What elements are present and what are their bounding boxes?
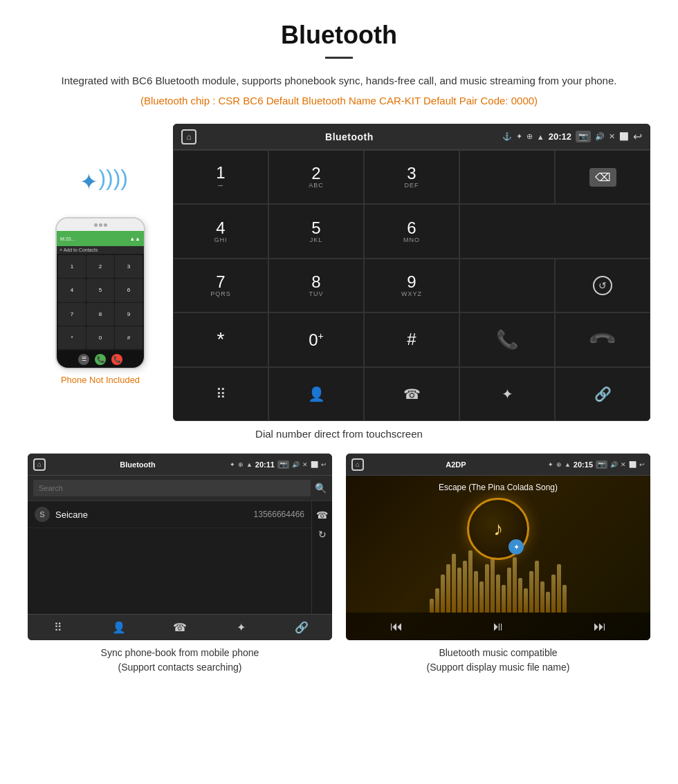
- music-home-icon[interactable]: ⌂: [351, 458, 364, 471]
- phone-menu-btn[interactable]: ☰: [78, 354, 89, 365]
- music-loc-icon: ⊕: [556, 461, 562, 468]
- phonebook-section: ⌂ Bluetooth ✦ ⊕ ▲ 20:11 📷 🔊 ✕ ⬜ ↩: [28, 454, 332, 675]
- eq-bar: [452, 554, 456, 613]
- phone-key-8[interactable]: 8: [86, 303, 114, 326]
- phone-key-1[interactable]: 1: [58, 255, 86, 278]
- dial-key-3[interactable]: 3 DEF: [364, 150, 459, 204]
- pb-contact-name: Seicane: [55, 510, 254, 520]
- search-icon[interactable]: 🔍: [315, 483, 327, 494]
- dial-key-8[interactable]: 8 TUV: [268, 259, 364, 312]
- music-screen: ⌂ A2DP ✦ ⊕ ▲ 20:15 📷 🔊 ✕ ⬜ ↩: [346, 454, 650, 640]
- time-display: 20:12: [549, 131, 571, 142]
- redial-icon: ↺: [593, 276, 612, 295]
- phone-key-7[interactable]: 7: [58, 303, 86, 326]
- phone-key-3[interactable]: 3: [115, 255, 143, 278]
- redial-key[interactable]: ↺: [555, 259, 650, 312]
- eq-bar: [446, 564, 450, 613]
- dial-section: ✦ )))) M:20... ▲▲ + Add to Contacts 1: [28, 124, 650, 421]
- pb-contact-letter: S: [35, 507, 50, 522]
- close-icon: ✕: [609, 132, 615, 141]
- play-pause-btn[interactable]: ⏯: [492, 619, 504, 634]
- music-equalizer: [346, 557, 650, 613]
- phone-key-star[interactable]: *: [58, 326, 86, 349]
- eq-bar: [463, 561, 467, 613]
- dial-key-6[interactable]: 6 MNO: [364, 204, 459, 258]
- page-description: Integrated with BC6 Bluetooth module, su…: [28, 73, 650, 89]
- prev-track-btn[interactable]: ⏮: [390, 619, 403, 634]
- music-cam-icon: 📷: [596, 460, 607, 469]
- eq-bar: [557, 564, 561, 613]
- phone-end-btn[interactable]: 📞: [111, 354, 122, 365]
- phone-key-0[interactable]: 0: [86, 326, 114, 349]
- pb-call-sidebar-icon[interactable]: ☎: [315, 507, 329, 523]
- end-call-key[interactable]: 📞: [555, 312, 650, 366]
- phone-key-5[interactable]: 5: [86, 279, 114, 301]
- pb-home-icon[interactable]: ⌂: [33, 458, 46, 471]
- pb-contact-number: 13566664466: [254, 510, 304, 519]
- pb-search-input[interactable]: [33, 480, 311, 496]
- pb-loc-icon: ⊕: [238, 461, 244, 468]
- call-key[interactable]: 📞: [459, 312, 555, 366]
- next-track-btn[interactable]: ⏭: [594, 619, 606, 634]
- eq-bar: [474, 571, 478, 613]
- music-note-icon: ♪: [493, 518, 503, 540]
- phone-top-bar: [57, 218, 144, 231]
- music-back-icon[interactable]: ↩: [639, 461, 645, 468]
- music-signal-icon: ▲: [565, 461, 571, 468]
- pb-back-icon[interactable]: ↩: [321, 461, 327, 468]
- phone-call-btn[interactable]: 📞: [95, 354, 106, 365]
- dial-key-5[interactable]: 5 JKL: [268, 204, 364, 258]
- signal-icon: ▲: [537, 133, 544, 141]
- dial-key-hash[interactable]: #: [364, 312, 459, 366]
- music-section: ⌂ A2DP ✦ ⊕ ▲ 20:15 📷 🔊 ✕ ⬜ ↩: [346, 454, 650, 675]
- pb-main-layout: S Seicane 13566664466 ☎ ↻: [28, 501, 332, 614]
- bluetooth-view-btn[interactable]: ✦: [459, 367, 555, 421]
- link-view-btn[interactable]: 🔗: [555, 367, 650, 421]
- phone-key-9[interactable]: 9: [115, 303, 143, 326]
- phone-mockup: ✦ )))) M:20... ▲▲ + Add to Contacts 1: [28, 124, 173, 421]
- phone-key-4[interactable]: 4: [58, 279, 86, 301]
- dial-empty-3: [459, 259, 555, 312]
- contacts-view-btn[interactable]: 👤: [268, 367, 364, 421]
- pb-icons-col: ☎ ↻: [311, 501, 332, 614]
- eq-bar: [468, 550, 473, 613]
- dial-key-9[interactable]: 9 WXYZ: [364, 259, 459, 312]
- dial-empty-2: [459, 204, 650, 258]
- pb-dialpad-btn[interactable]: ⠿: [48, 617, 68, 638]
- pb-phone-btn[interactable]: ☎: [170, 617, 190, 638]
- phone-image: M:20... ▲▲ + Add to Contacts 1 2 3 4 5 6…: [55, 217, 145, 369]
- dial-key-1[interactable]: 1 ∽: [173, 150, 268, 204]
- phone-key-2[interactable]: 2: [86, 255, 114, 278]
- dial-display: [459, 150, 555, 204]
- dial-caption: Dial number direct from touchscreen: [28, 428, 650, 440]
- dial-key-4[interactable]: 4 GHI: [173, 204, 268, 258]
- music-time: 20:15: [574, 460, 593, 469]
- status-icons: ⚓ ✦ ⊕ ▲ 20:12 📷 🔊 ✕ ⬜ ↩: [502, 130, 642, 143]
- pb-screen-header: ⌂ Bluetooth ✦ ⊕ ▲ 20:11 📷 🔊 ✕ ⬜ ↩: [28, 454, 332, 476]
- usb-icon: ⚓: [502, 132, 512, 141]
- dial-key-0[interactable]: 0+: [268, 312, 364, 366]
- pb-status-icons: ✦ ⊕ ▲ 20:11 📷 🔊 ✕ ⬜ ↩: [230, 460, 327, 469]
- phone-key-6[interactable]: 6: [115, 279, 143, 301]
- dial-key-7[interactable]: 7 PQRS: [173, 259, 268, 312]
- phone-view-btn[interactable]: ☎: [364, 367, 459, 421]
- music-close-icon: ✕: [621, 461, 626, 468]
- pb-contact-item[interactable]: S Seicane 13566664466: [28, 501, 311, 528]
- dialpad-view-btn[interactable]: ⠿: [173, 367, 268, 421]
- back-icon[interactable]: ↩: [633, 130, 642, 143]
- backspace-key[interactable]: ⌫: [555, 150, 650, 204]
- pb-search-bar: 🔍: [28, 476, 332, 501]
- eq-bar: [485, 564, 489, 613]
- home-icon[interactable]: ⌂: [181, 129, 196, 144]
- phone-not-included-label: Phone Not Included: [61, 375, 140, 385]
- pb-sync-sidebar-icon[interactable]: ↻: [315, 526, 329, 543]
- phone-bottom-bar: ☰ 📞 📞: [57, 351, 144, 368]
- pb-screen-title: Bluetooth: [120, 460, 155, 469]
- dial-key-star[interactable]: *: [173, 312, 268, 366]
- pb-bt-btn[interactable]: ✦: [230, 617, 251, 638]
- specs-line: (Bluetooth chip : CSR BC6 Default Blueto…: [28, 95, 650, 106]
- phone-key-hash[interactable]: #: [115, 326, 143, 349]
- pb-user-btn[interactable]: 👤: [109, 617, 129, 638]
- pb-link-btn[interactable]: 🔗: [291, 617, 312, 638]
- dial-key-2[interactable]: 2 ABC: [268, 150, 364, 204]
